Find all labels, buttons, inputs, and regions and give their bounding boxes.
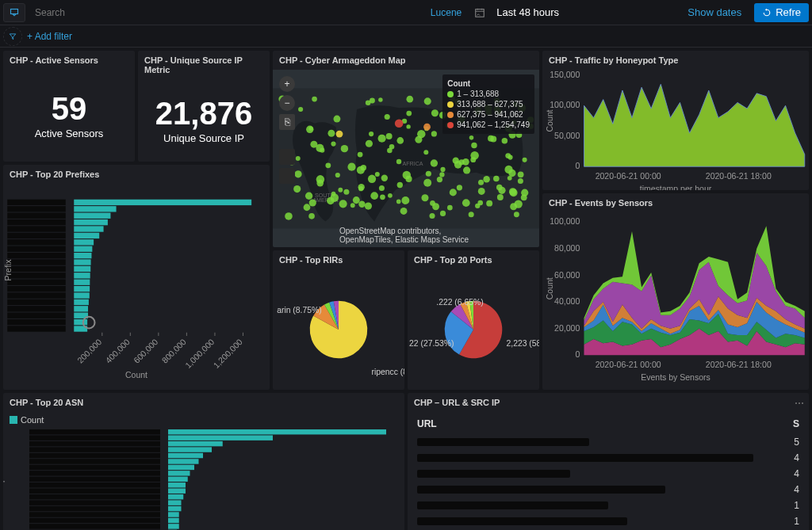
map-legend: Count 1 – 313,688 313,688 – 627,375 627,… [442, 74, 534, 134]
panel-rirs: CHP - Top RIRs arin (8.75%)ripencc (83. [273, 250, 404, 390]
svg-rect-254 [29, 471, 160, 475]
svg-text:1,200,000: 1,200,000 [211, 337, 244, 370]
svg-point-32 [369, 132, 373, 136]
svg-rect-266 [29, 506, 160, 511]
table-row[interactable]: 5 [417, 434, 799, 450]
svg-rect-202 [7, 306, 66, 311]
svg-rect-260 [29, 489, 160, 494]
panel-options-button[interactable]: ⋯ [795, 398, 804, 409]
asn-chart[interactable] [10, 428, 398, 530]
svg-point-112 [496, 185, 503, 191]
svg-text:40,000: 40,000 [554, 296, 580, 306]
svg-point-110 [475, 204, 480, 208]
svg-rect-187 [74, 253, 91, 258]
svg-point-156 [343, 189, 349, 195]
svg-point-11 [509, 188, 516, 195]
svg-rect-197 [74, 286, 90, 292]
date-picker-button[interactable] [469, 3, 490, 22]
svg-rect-207 [74, 319, 87, 325]
table-row[interactable]: 4 [417, 450, 799, 466]
svg-point-69 [396, 200, 401, 204]
svg-point-118 [320, 148, 324, 153]
svg-rect-243 [168, 435, 273, 440]
saved-queries-dropdown[interactable] [3, 3, 25, 22]
svg-rect-0 [11, 9, 18, 13]
map-layer-button[interactable] [279, 149, 295, 165]
map-zoom-out-button[interactable]: − [279, 95, 295, 111]
events-chart[interactable]: 020,00040,00060,00080,000100,000Count202… [542, 212, 809, 390]
search-input[interactable] [29, 3, 423, 22]
show-dates-link[interactable]: Show dates [680, 6, 749, 18]
svg-point-141 [357, 166, 365, 174]
svg-text:50,000: 50,000 [554, 131, 580, 140]
table-row[interactable]: 4 [417, 466, 799, 482]
query-language-button[interactable]: Lucene [423, 7, 469, 18]
svg-text:22 (27.53%): 22 (27.53%) [409, 339, 454, 348]
add-filter-button[interactable]: + Add filter [27, 31, 72, 42]
svg-rect-240 [29, 429, 160, 434]
row-count: 1 [791, 500, 799, 511]
svg-text:1,000,000: 1,000,000 [183, 337, 216, 370]
svg-text:.222 (6.65%): .222 (6.65%) [436, 298, 483, 307]
svg-point-122 [358, 186, 363, 191]
svg-rect-252 [29, 465, 160, 470]
time-range-label[interactable]: Last 48 hours [490, 6, 565, 18]
svg-rect-181 [74, 233, 99, 238]
svg-point-127 [353, 196, 360, 204]
svg-text:100,000: 100,000 [550, 216, 580, 226]
panel-active-sensors: CHP - Active Sensors 59 Active Sensors [3, 51, 135, 162]
svg-point-26 [375, 172, 380, 177]
map-layer-button-2[interactable] [279, 168, 295, 184]
svg-rect-174 [7, 213, 66, 219]
count-column-header[interactable]: S [793, 418, 799, 429]
svg-point-109 [440, 211, 446, 216]
panel-title: CHP - Top RIRs [273, 250, 404, 269]
map-attribution: OpenStreetMap contributors, OpenMapTiles… [339, 227, 473, 244]
svg-rect-268 [29, 512, 160, 517]
traffic-chart[interactable]: 050,000100,000150,000Count2020-06-21 00:… [542, 70, 809, 190]
svg-rect-177 [74, 219, 108, 225]
table-row[interactable]: 1 [417, 498, 799, 513]
svg-rect-204 [7, 313, 66, 318]
svg-text:800,000: 800,000 [159, 337, 187, 364]
svg-point-35 [347, 163, 355, 171]
svg-point-91 [505, 153, 511, 158]
url-column-header[interactable]: URL [417, 418, 437, 429]
svg-rect-248 [29, 453, 160, 458]
svg-point-86 [497, 194, 504, 200]
svg-text:80,000: 80,000 [554, 243, 580, 253]
svg-text:arin (8.75%): arin (8.75%) [277, 306, 321, 315]
svg-text:Count: Count [545, 109, 554, 132]
svg-point-50 [306, 126, 313, 133]
svg-point-83 [406, 111, 412, 116]
svg-point-103 [293, 185, 301, 193]
svg-text:200,000: 200,000 [75, 337, 103, 364]
svg-rect-258 [29, 482, 160, 487]
map-zoom-in-button[interactable]: + [279, 76, 295, 92]
refresh-button[interactable]: Refre [754, 3, 809, 22]
query-bar: Lucene Last 48 hours Show dates Refre [0, 0, 812, 25]
filter-options-button[interactable] [3, 27, 22, 46]
svg-point-80 [335, 173, 340, 177]
svg-rect-195 [74, 280, 90, 285]
svg-rect-186 [7, 253, 66, 258]
svg-rect-242 [29, 435, 160, 440]
svg-rect-255 [168, 471, 190, 475]
svg-rect-193 [74, 273, 90, 278]
metric-value: 21,876 [155, 97, 252, 129]
svg-point-140 [488, 135, 494, 142]
ports-pie[interactable]: .222 (6.65%)22 (27.53%)2,223 (58.23 [408, 269, 539, 390]
map-crop-button[interactable]: ⎘ [279, 114, 295, 130]
svg-point-131 [462, 199, 470, 207]
rirs-pie[interactable]: arin (8.75%)ripencc (83. [273, 269, 404, 390]
svg-point-116 [396, 137, 404, 144]
svg-rect-201 [74, 299, 89, 305]
table-row[interactable]: 1 [417, 513, 799, 529]
svg-rect-206 [7, 319, 66, 325]
table-row[interactable]: 4 [417, 482, 799, 498]
prefixes-chart[interactable]: 200,000400,000600,000800,0001,000,0001,2… [3, 184, 270, 390]
svg-point-79 [457, 185, 462, 190]
svg-rect-241 [168, 429, 386, 434]
svg-rect-263 [168, 494, 183, 499]
svg-rect-191 [74, 266, 90, 272]
